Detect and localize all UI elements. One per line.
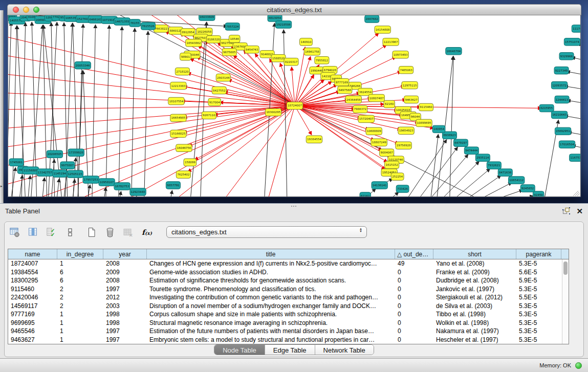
graph-node-18107554[interactable]: 18107554 [168, 97, 184, 104]
memory-status-icon[interactable] [575, 362, 582, 369]
show-column-icon[interactable] [28, 227, 38, 237]
graph-node-9975887[interactable]: 9975887 [60, 162, 75, 169]
graph-node-9084067[interactable]: 9084067 [380, 149, 394, 156]
citation-edge-black[interactable] [430, 134, 439, 196]
table-row[interactable]: 911546021997Tourette syndrome. Phenomeno… [8, 285, 569, 294]
citation-edge-red[interactable] [292, 67, 295, 106]
graph-node-7485063[interactable]: 7485063 [399, 66, 413, 73]
network-window-titlebar[interactable]: citations_edges.txt [7, 4, 581, 15]
graph-node-11174[interactable]: 11174 [572, 25, 580, 32]
citation-edge-red[interactable] [8, 106, 295, 130]
column-header-name[interactable]: name [8, 249, 57, 259]
graph-node-9329966[interactable]: 9329966 [559, 53, 574, 60]
graph-node-917004[interactable]: 917004 [208, 98, 221, 105]
graph-node-9227349[interactable]: 9227349 [554, 67, 569, 74]
graph-node-76155[interactable]: 76155 [129, 19, 140, 27]
citation-edge-black[interactable] [384, 192, 399, 196]
graph-node-15692951[interactable]: 15692951 [555, 127, 571, 135]
graph-node-7986372[interactable]: 7986372 [353, 105, 367, 113]
citation-edge-black[interactable] [12, 26, 17, 196]
graph-node-8454743[interactable]: 8454743 [245, 46, 259, 53]
delete-column-trash-icon[interactable] [105, 227, 115, 237]
graph-node-9777169[interactable]: 9777169 [335, 78, 349, 85]
graph-node-6479197[interactable]: 6479197 [453, 139, 468, 146]
graph-node-10958107[interactable]: 10958107 [99, 179, 115, 186]
graph-node-158099[interactable]: 158099 [184, 159, 197, 166]
tab-network-table[interactable]: Network Table [315, 345, 374, 355]
column-header-title[interactable]: title [147, 249, 395, 259]
citation-network-graph[interactable]: 1872400776638228860128891295418226058982… [8, 15, 580, 196]
graph-node-1615152[interactable]: 1615152 [385, 161, 399, 168]
graph-node-12923448[interactable]: 12923448 [130, 188, 146, 195]
citation-edge-black[interactable] [132, 28, 135, 196]
graph-node-8220317[interactable]: 8220317 [284, 58, 298, 65]
graph-node-2803144[interactable]: 2803144 [216, 74, 230, 81]
graph-node-10973493[interactable]: 10973493 [393, 51, 408, 58]
tab-edge-table[interactable]: Edge Table [265, 345, 315, 355]
graph-node-16648784[interactable]: 16648784 [446, 48, 462, 55]
citation-edge-red[interactable] [221, 106, 295, 196]
column-header-in_degree[interactable]: in_degree [57, 249, 103, 259]
graph-node-62162[interactable]: 62162 [360, 192, 371, 196]
graph-node-12213383[interactable]: 12213383 [170, 82, 186, 89]
column-header-year[interactable]: year [103, 249, 147, 259]
graph-node-18300295[interactable]: 18300295 [265, 108, 281, 116]
graph-node-19384554[interactable]: 19384554 [306, 136, 322, 143]
close-panel-icon[interactable]: ✕ [576, 208, 583, 215]
graph-node-2718120[interactable]: 2718120 [175, 68, 189, 75]
graph-node-733426[interactable]: 733426 [396, 185, 409, 192]
citation-edge-black[interactable] [470, 183, 512, 196]
graph-node-17359928[interactable]: 17359928 [68, 149, 84, 156]
citation-edge-black[interactable] [134, 196, 137, 196]
graph-node-8471636[interactable]: 8471636 [498, 169, 512, 176]
graph-node-9267110[interactable]: 9267110 [202, 112, 216, 119]
graph-node-9857791[interactable]: 9857791 [166, 182, 180, 189]
table-row[interactable]: 1938455462009Genome-wide association stu… [8, 268, 569, 277]
collapsed-control-panel-strip[interactable]: ▸ [0, 10, 4, 203]
network-canvas[interactable]: 1872400776638228860128891295418226058982… [8, 15, 581, 197]
graph-node-7857224[interactable]: 7857224 [225, 23, 239, 30]
graph-node-7663822[interactable]: 7663822 [154, 25, 168, 32]
table-vertical-scrollbar[interactable] [562, 259, 569, 344]
citation-edge-black[interactable] [42, 178, 45, 196]
graph-node-16654985[interactable]: 16654985 [170, 114, 186, 121]
graph-node-16033809[interactable]: 16033809 [199, 15, 215, 20]
graph-node-12093572[interactable]: 12093572 [551, 81, 567, 89]
table-row[interactable]: 2242004622012Investigating the contribut… [8, 293, 569, 302]
graph-node-6466161[interactable]: 6466161 [89, 16, 103, 23]
graph-node-9115460[interactable]: 9115460 [419, 103, 433, 111]
graph-node-2935114[interactable]: 2935114 [475, 154, 490, 161]
graph-node-18724007[interactable]: 18724007 [287, 102, 302, 109]
graph-node-20053346[interactable]: 20053346 [75, 61, 91, 69]
graph-node-7932621[interactable]: 7932621 [487, 162, 501, 169]
function-builder-icon[interactable]: f(x) [142, 228, 152, 236]
graph-node-8215955[interactable]: 8215955 [539, 104, 554, 112]
graph-node-20206505[interactable]: 20206505 [47, 150, 62, 158]
graph-node-14671355[interactable]: 14671355 [114, 18, 130, 25]
citation-edge-red[interactable] [190, 59, 295, 106]
graph-node-12505115[interactable]: 12505115 [67, 170, 83, 178]
graph-node-19654923[interactable]: 19654923 [398, 127, 414, 134]
citation-edge-black[interactable] [415, 147, 458, 196]
table-row[interactable]: 1456911722003Disruption of a novel membe… [8, 302, 569, 311]
graph-node-140910[interactable]: 140910 [300, 38, 313, 46]
graph-node-1244413[interactable]: 1244413 [555, 96, 569, 103]
graph-node-6497568[interactable]: 6497568 [338, 86, 352, 93]
graph-node-98901[interactable]: 98901 [180, 53, 191, 60]
graph-node-9474444[interactable]: 9474444 [464, 147, 478, 154]
graph-node-10654112[interactable]: 10654112 [509, 177, 525, 184]
graph-node-17957253[interactable]: 17957253 [83, 176, 99, 183]
network-window[interactable]: citations_edges.txt 18724007766382288601… [7, 4, 581, 198]
citation-edge-black[interactable] [144, 31, 148, 196]
graph-node-10807487[interactable]: 10807487 [368, 94, 384, 101]
graph-node-19218586[interactable]: 19218586 [275, 21, 291, 28]
panel-resize-handle[interactable] [291, 205, 297, 208]
graph-node-16961758[interactable]: 16961758 [304, 48, 320, 55]
graph-node-1588520[interactable]: 1588520 [271, 55, 286, 62]
graph-node-11156809[interactable]: 11156809 [23, 167, 38, 174]
table-row[interactable]: 946554611997Estimation of the future num… [8, 327, 569, 336]
column-header-short[interactable]: short [433, 249, 516, 259]
citation-edge-black[interactable] [448, 169, 490, 196]
graph-node-7615526[interactable]: 7615526 [141, 23, 155, 30]
citation-edge-black[interactable] [106, 25, 110, 196]
